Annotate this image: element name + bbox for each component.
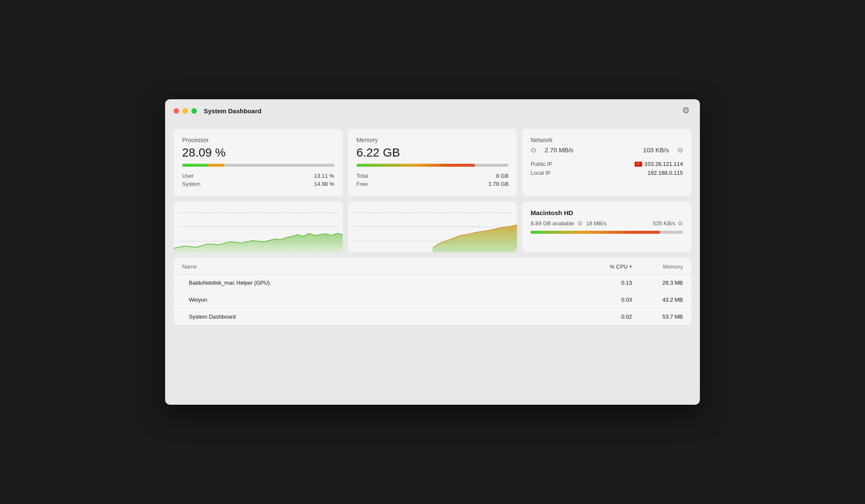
hd-down-icon: ⊙ [678, 220, 683, 227]
hd-up-icon: ⊙ [578, 220, 583, 227]
hd-progress-bar [531, 231, 683, 234]
processor-progress-bar [182, 164, 334, 167]
hd-write-row: 535 KB/s ⊙ [653, 220, 683, 227]
network-card: Network ⊙ 2.70 MB/s 103 KB/s ⊙ Public IP… [522, 129, 691, 196]
row-process-name: BaiduNetdisk_mac Helper (GPU) [182, 280, 564, 286]
memory-free-label: Free [357, 181, 368, 187]
cpu-graph-svg [174, 218, 343, 252]
memory-graph-card [348, 202, 517, 252]
memory-free-value: 1.78 GB [489, 181, 509, 187]
processor-title: Processor [182, 137, 334, 143]
col-name-header: Name [182, 263, 564, 270]
col-cpu-header[interactable]: % CPU ▾ [564, 263, 632, 270]
public-ip-label: Public IP [531, 161, 552, 167]
close-button[interactable] [174, 108, 179, 114]
hd-info-row: 8.89 GB available ⊙ 18 MB/s 535 KB/s ⊙ [531, 220, 683, 227]
zoom-button[interactable] [191, 108, 197, 114]
memory-graph-svg [348, 218, 517, 252]
local-ip-value: 192.168.0.115 [648, 170, 683, 176]
table-header: Name % CPU ▾ Memory [174, 258, 691, 274]
processor-system-row: System 14.98 % [182, 181, 334, 187]
process-table: Name % CPU ▾ Memory BaiduNetdisk_mac Hel… [174, 258, 691, 325]
processor-user-label: User [182, 173, 194, 179]
processor-user-value: 13.11 % [314, 173, 334, 179]
row-cpu-value: 0.13 [564, 280, 632, 286]
hd-progress-fill [531, 231, 660, 234]
graph-row: Macintosh HD 8.89 GB available ⊙ 18 MB/s… [174, 202, 691, 252]
memory-value: 6.22 GB [357, 146, 509, 160]
table-row: System Dashboard 0.02 53.7 MB [174, 308, 691, 325]
memory-total-row: Total 8 GB [357, 173, 509, 179]
row-memory-value: 53.7 MB [632, 314, 683, 320]
row-process-name: Weiyun [182, 297, 564, 303]
process-rows: BaiduNetdisk_mac Helper (GPU) 0.13 28.3 … [174, 274, 691, 325]
memory-progress-fill [357, 164, 475, 167]
memory-total-label: Total [357, 173, 368, 179]
hd-read-speed: 18 MB/s [586, 220, 607, 227]
row-cpu-value: 0.03 [564, 297, 632, 303]
processor-value: 28.09 % [182, 146, 334, 160]
upload-speed: 2.70 MB/s [545, 146, 573, 154]
network-title: Network [531, 137, 683, 143]
memory-progress-bar [357, 164, 509, 167]
hd-available: 8.89 GB available [531, 220, 574, 227]
row-memory-value: 28.3 MB [632, 280, 683, 286]
upload-icon: ⊙ [531, 146, 536, 154]
network-ips: Public IP 🇭🇰 103.26.121.114 Local IP 192… [531, 161, 683, 176]
public-ip-row: Public IP 🇭🇰 103.26.121.114 [531, 161, 683, 167]
table-row: BaiduNetdisk_mac Helper (GPU) 0.13 28.3 … [174, 274, 691, 291]
minimize-button[interactable] [183, 108, 188, 114]
processor-system-label: System [182, 181, 200, 187]
dash-line-1 [179, 213, 338, 213]
dash-line-m1 [353, 213, 512, 213]
download-icon: ⊙ [677, 146, 683, 154]
processor-system-value: 14.98 % [314, 181, 334, 187]
row-process-name: System Dashboard [182, 314, 564, 320]
gear-icon[interactable]: ⚙ [682, 106, 691, 115]
local-ip-row: Local IP 192.168.0.115 [531, 170, 683, 176]
row-memory-value: 43.2 MB [632, 297, 683, 303]
memory-free-row: Free 1.78 GB [357, 181, 509, 187]
titlebar: System Dashboard ⚙ [165, 99, 700, 122]
hd-title: Macintosh HD [531, 209, 683, 216]
row-cpu-value: 0.02 [564, 314, 632, 320]
memory-card: Memory 6.22 GB Total 8 GB Free 1.78 GB [348, 129, 517, 196]
hk-flag-icon: 🇭🇰 [635, 162, 642, 167]
main-content: Processor 28.09 % User 13.11 % System 14… [165, 122, 700, 333]
table-row: Weiyun 0.03 43.2 MB [174, 291, 691, 308]
processor-progress-fill [182, 164, 225, 167]
processor-user-row: User 13.11 % [182, 173, 334, 179]
local-ip-label: Local IP [531, 170, 550, 176]
public-ip-value: 🇭🇰 103.26.121.114 [635, 161, 683, 167]
cpu-graph-card [174, 202, 343, 252]
hd-write-speed: 535 KB/s [653, 220, 675, 227]
col-memory-header: Memory [632, 263, 683, 270]
memory-total-value: 8 GB [496, 173, 509, 179]
macintosh-hd-card: Macintosh HD 8.89 GB available ⊙ 18 MB/s… [522, 202, 691, 252]
window-title: System Dashboard [204, 107, 682, 115]
memory-title: Memory [357, 137, 509, 143]
top-cards-row: Processor 28.09 % User 13.11 % System 14… [174, 129, 691, 196]
traffic-lights [174, 108, 197, 114]
main-window: System Dashboard ⚙ Processor 28.09 % Use… [165, 99, 700, 405]
processor-card: Processor 28.09 % User 13.11 % System 14… [174, 129, 343, 196]
network-speeds: ⊙ 2.70 MB/s 103 KB/s ⊙ [531, 146, 683, 154]
download-speed: 103 KB/s [643, 146, 669, 154]
